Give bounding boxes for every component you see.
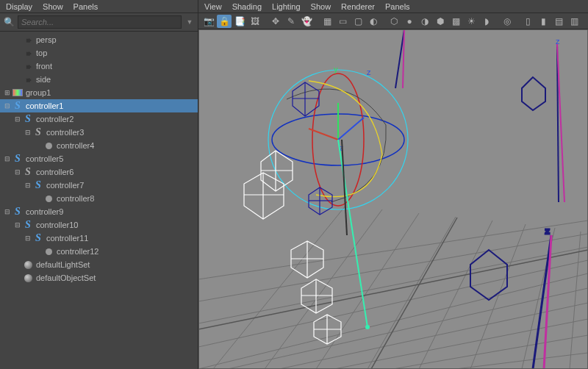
- outliner-item-controller8[interactable]: controller8: [0, 192, 198, 205]
- outliner-item-label: controller6: [36, 168, 74, 176]
- chain-left-far: [395, 29, 404, 88]
- tool-use-default-mat-icon[interactable]: ◑: [417, 15, 432, 28]
- viewport-menu-shading[interactable]: Shading: [232, 2, 262, 11]
- viewport-menu-panels[interactable]: Panels: [385, 2, 410, 11]
- outliner-item-controller2[interactable]: ⊟Scontroller2: [0, 112, 198, 126]
- outliner-item-group1[interactable]: ⊞group1: [0, 86, 198, 99]
- tool-grease-pencil-icon[interactable]: ✎: [284, 15, 298, 28]
- outliner-item-label: side: [36, 75, 51, 84]
- expand-toggle-icon[interactable]: ⊟: [24, 129, 32, 136]
- svg-line-19: [371, 218, 457, 369]
- outliner-item-controller5[interactable]: ⊟Scontroller5: [0, 152, 198, 165]
- expand-toggle-icon[interactable]: ⊟: [3, 102, 12, 110]
- svg-line-38: [338, 140, 368, 327]
- viewport-menu-lighting[interactable]: Lighting: [272, 2, 301, 11]
- outliner-item-controller4[interactable]: controller4: [0, 139, 198, 152]
- outliner-item-defaultLightSet[interactable]: defaultLightSet: [0, 258, 198, 271]
- outliner-item-defaultObjectSet[interactable]: defaultObjectSet: [0, 271, 198, 284]
- outliner-item-top[interactable]: top: [0, 46, 198, 60]
- outliner-menu-show[interactable]: Show: [43, 2, 63, 11]
- outliner-item-label: defaultObjectSet: [36, 273, 96, 282]
- outliner-item-side[interactable]: side: [0, 73, 198, 86]
- outliner-item-label: front: [36, 62, 52, 71]
- expand-toggle-icon[interactable]: ⊟: [24, 182, 32, 189]
- outliner-item-controller3[interactable]: ⊟Scontroller3: [0, 126, 198, 139]
- tool-gate-mask-icon[interactable]: ◐: [366, 15, 381, 28]
- outliner-item-label: group1: [26, 88, 51, 97]
- tool-smooth-shade-icon[interactable]: ●: [402, 15, 417, 28]
- tool-image-plane-icon[interactable]: 🖼: [248, 15, 262, 28]
- object-set-icon: [22, 273, 34, 283]
- outliner-item-persp[interactable]: persp: [0, 33, 198, 46]
- outliner-menu-display[interactable]: Display: [6, 2, 32, 11]
- rotate-manipulator[interactable]: y z z: [268, 65, 408, 209]
- svg-line-8: [393, 335, 588, 369]
- outliner-item-controller11[interactable]: ⊟Scontroller11: [0, 232, 198, 245]
- viewport-3d-view[interactable]: z z: [198, 29, 588, 369]
- tool-expose-icon[interactable]: ▤: [551, 15, 566, 28]
- nurbs-curve-icon: S: [12, 154, 24, 164]
- svg-text:z: z: [545, 226, 550, 235]
- svg-marker-50: [301, 279, 332, 313]
- outliner-item-label: controller12: [57, 247, 98, 256]
- expand-toggle-icon[interactable]: ⊟: [13, 221, 22, 229]
- outliner-item-label: top: [36, 49, 47, 57]
- outliner-item-controller12[interactable]: controller12: [0, 245, 198, 258]
- expand-toggle-icon[interactable]: ⊟: [13, 115, 22, 123]
- outliner-item-controller10[interactable]: ⊟Scontroller10: [0, 218, 198, 232]
- expand-toggle-icon[interactable]: ⊟: [3, 155, 12, 162]
- tool-xray-icon[interactable]: ▯: [520, 15, 535, 28]
- viewport-menu-show[interactable]: Show: [311, 2, 331, 11]
- camera-icon: [22, 74, 34, 85]
- tool-lock-camera-icon[interactable]: 🔒: [217, 15, 232, 28]
- svg-text:y: y: [334, 65, 338, 74]
- tool-depth-icon[interactable]: ▥: [567, 15, 581, 28]
- tool-wire-on-shaded-icon[interactable]: ⬢: [433, 15, 448, 28]
- viewport-menu-view[interactable]: View: [204, 2, 222, 11]
- outliner-menu-panels[interactable]: Panels: [74, 2, 98, 11]
- tool-isolate-select-icon[interactable]: ◎: [500, 15, 514, 28]
- outliner-item-controller6[interactable]: ⊟Scontroller6: [0, 165, 198, 179]
- outliner-item-label: controller8: [57, 194, 94, 203]
- search-filter-dropdown-icon[interactable]: ▼: [184, 17, 195, 27]
- object-set-icon: [22, 259, 34, 270]
- expand-toggle-icon[interactable]: ⊟: [13, 168, 22, 176]
- viewport-menu-renderer[interactable]: Renderer: [341, 2, 375, 11]
- nurbs-curve-icon: S: [12, 207, 24, 217]
- expand-toggle-icon[interactable]: ⊞: [3, 89, 12, 96]
- tool-2d-pan-icon[interactable]: ✥: [268, 15, 283, 28]
- outliner-item-front[interactable]: front: [0, 60, 198, 73]
- locator-icon: [43, 246, 54, 257]
- selected-chain: [338, 140, 370, 329]
- expand-toggle-icon[interactable]: ⊟: [3, 208, 12, 215]
- tool-grid-icon[interactable]: ▦: [320, 15, 334, 28]
- tool-resolution-gate-icon[interactable]: ▢: [351, 15, 365, 28]
- app-root: Display Show Panels 🔍 ▼ persptopfrontsid…: [0, 0, 588, 369]
- tool-film-gate-icon[interactable]: ▭: [335, 15, 350, 28]
- tool-xray-joints-icon[interactable]: ▮: [536, 15, 551, 28]
- camera-icon: [22, 61, 34, 71]
- camera-icon: [22, 48, 34, 58]
- svg-text:z: z: [367, 68, 371, 76]
- outliner-item-label: controller7: [46, 181, 84, 190]
- outliner-item-controller9[interactable]: ⊟Scontroller9: [0, 205, 198, 218]
- nurbs-curve-icon: S: [32, 233, 44, 243]
- expand-toggle-icon[interactable]: ⊟: [24, 234, 32, 242]
- viewport-menubar: View Shading Lighting Show Renderer Pane…: [198, 0, 588, 13]
- outliner-item-controller1[interactable]: ⊟Scontroller1: [0, 99, 198, 112]
- svg-marker-44: [244, 173, 284, 219]
- tool-wireframe-icon[interactable]: ⬡: [387, 15, 401, 28]
- tool-bookmark-icon[interactable]: 📑: [232, 15, 247, 28]
- tool-shadows-icon[interactable]: ◗: [479, 15, 494, 28]
- search-input[interactable]: [18, 15, 182, 29]
- outliner-item-controller7[interactable]: ⊟Scontroller7: [0, 179, 198, 192]
- outliner-tree[interactable]: persptopfrontside⊞group1⊟Scontroller1⊟Sc…: [0, 32, 198, 369]
- tool-use-lights-icon[interactable]: ☀: [464, 15, 478, 28]
- tool-ghosting-icon[interactable]: 👻: [299, 15, 314, 28]
- outliner-item-label: controller4: [57, 141, 94, 150]
- nurbs-curve-icon: S: [22, 114, 34, 124]
- tool-select-camera-icon[interactable]: 📷: [201, 15, 216, 28]
- outliner-search-row: 🔍 ▼: [0, 13, 198, 32]
- search-icon: 🔍: [3, 16, 15, 28]
- tool-textured-icon[interactable]: ▩: [448, 15, 463, 28]
